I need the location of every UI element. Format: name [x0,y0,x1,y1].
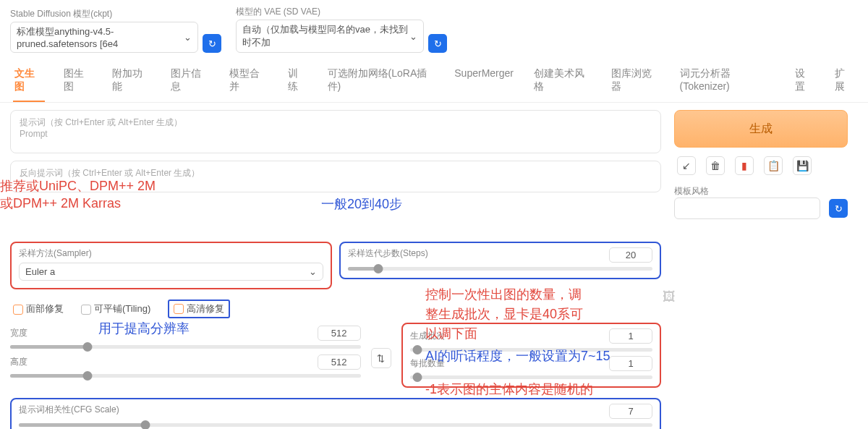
cfg-box: 提示词相关性(CFG Scale)7 [10,398,661,429]
batch-box: 生成批次1 每批数量1 [401,323,661,388]
model-refresh-button[interactable]: ↻ [203,34,221,53]
clipboard-icon: 📋 [767,160,780,171]
width-value[interactable]: 512 [318,326,361,341]
face-fix-check[interactable]: 面部修复 [13,302,64,315]
width-label: 宽度 [10,327,27,339]
chevron-down-icon: ⌄ [309,266,317,277]
save-icon: 💾 [796,160,809,171]
model-value: 标准模型anything-v4.5-pruned.safetensors [6e… [17,25,184,49]
model-select[interactable]: 标准模型anything-v4.5-pruned.safetensors [6e… [10,22,198,53]
vae-value: 自动（仅加载与模型同名的vae，未找到时不加 [242,23,409,49]
image-icon: 🖼 [663,289,676,304]
tab-txt2img[interactable]: 文生图 [13,63,45,102]
tab-extras[interactable]: 附加功能 [111,63,152,102]
tab-lora[interactable]: 可选附加网络(LoRA插件) [326,63,436,102]
output-image-placeholder: 🖼 [663,289,676,305]
chevron-down-icon: ⌄ [409,31,417,42]
steps-label: 采样迭代步数(Steps) [348,247,428,260]
trash-icon: 🗑 [710,160,720,171]
tab-extensions[interactable]: 扩展 [833,63,855,102]
steps-slider[interactable] [348,267,652,271]
batch-count-slider[interactable] [410,348,652,352]
negative-prompt-input[interactable]: 反向提示词（按 Ctrl+Enter 或 Alt+Enter 生成） [10,161,661,192]
batch-size-value[interactable]: 1 [609,356,652,371]
clipboard-button[interactable]: 📋 [764,156,783,175]
tab-img2img[interactable]: 图生图 [62,63,94,102]
sampler-box: 采样方法(Sampler) Euler a ⌄ [10,242,332,289]
swap-dimensions-button[interactable]: ⇅ [371,348,391,368]
vae-select[interactable]: 自动（仅加载与模型同名的vae，未找到时不加 ⌄ [236,20,424,53]
arrow-button[interactable]: ↙ [677,156,696,175]
steps-value[interactable]: 20 [609,247,652,263]
card-icon: ▮ [741,160,747,171]
trash-button[interactable]: 🗑 [706,156,725,175]
tab-train[interactable]: 训练 [286,63,308,102]
swap-icon: ⇅ [377,353,385,364]
tab-pnginfo[interactable]: 图片信息 [169,63,210,102]
refresh-icon: ↻ [208,38,216,49]
vae-label: 模型的 VAE (SD VAE) [236,6,424,18]
tab-style[interactable]: 创建美术风格 [532,63,592,102]
height-label: 高度 [10,356,27,368]
arrow-icon: ↙ [682,160,691,171]
generate-button[interactable]: 生成 [674,110,848,148]
style-select[interactable] [674,197,820,219]
style-label: 模板风格 [674,185,848,197]
refresh-icon: ↻ [434,38,442,49]
sampler-label: 采样方法(Sampler) [19,247,323,260]
batch-size-slider[interactable] [410,375,652,379]
vae-refresh-button[interactable]: ↻ [428,34,447,53]
height-value[interactable]: 512 [318,354,361,370]
width-slider[interactable] [10,345,361,349]
card-button[interactable]: ▮ [735,156,754,175]
refresh-icon: ↻ [835,203,843,214]
steps-box: 采样迭代步数(Steps) 20 [339,242,661,279]
tab-supermerger[interactable]: SuperMerger [453,63,515,102]
save-button[interactable]: 💾 [793,156,812,175]
tab-tokenizer[interactable]: 词元分析器(Tokenizer) [678,63,777,102]
batch-count-label: 生成批次 [410,330,445,342]
cfg-label: 提示词相关性(CFG Scale) [19,404,119,416]
tab-settings[interactable]: 设置 [793,63,815,102]
tiling-check[interactable]: 可平铺(Tiling) [81,302,150,315]
main-tabs: 文生图 图生图 附加功能 图片信息 模型合并 训练 可选附加网络(LoRA插件)… [0,56,868,103]
tab-gallery[interactable]: 图库浏览器 [610,63,660,102]
hires-check[interactable]: 高清修复 [168,300,230,318]
tab-merge[interactable]: 模型合并 [228,63,269,102]
batch-count-value[interactable]: 1 [609,328,652,344]
height-slider[interactable] [10,374,361,378]
prompt-input[interactable]: 提示词（按 Ctrl+Enter 或 Alt+Enter 生成） Prompt [10,110,661,153]
style-refresh-button[interactable]: ↻ [829,199,848,218]
cfg-value[interactable]: 7 [609,404,652,419]
cfg-slider[interactable] [19,423,652,427]
batch-size-label: 每批数量 [410,357,445,370]
model-label: Stable Diffusion 模型(ckpt) [10,8,198,20]
sampler-select[interactable]: Euler a ⌄ [19,263,323,281]
chevron-down-icon: ⌄ [184,32,192,43]
